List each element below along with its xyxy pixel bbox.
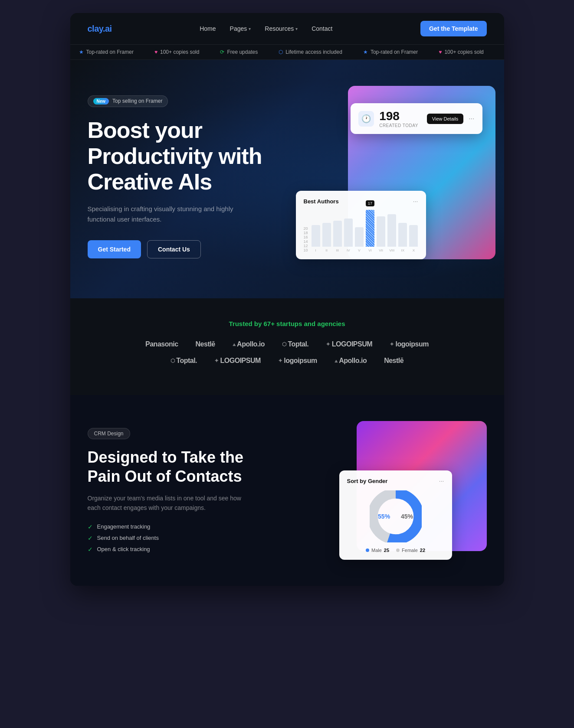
stats-card: 🕐 198 CREATED TODAY View Details ···	[351, 103, 482, 134]
legend-male: Male 25	[366, 548, 389, 553]
stats-number: 198	[379, 109, 418, 123]
crm-subtitle: Organize your team's media lists in one …	[88, 493, 253, 513]
logo-logoipsum-1: ✦LOGOIPSUM	[326, 340, 372, 348]
male-percentage: 55%	[378, 513, 390, 520]
ticker-bar: ★ Top-rated on Framer ♥ 100+ copies sold…	[70, 45, 504, 60]
logo-nestle-2: Nestlē	[384, 357, 403, 365]
ticker-item-1: ★ Top-rated on Framer	[79, 49, 134, 55]
crm-content: CRM Design Designed to Take the Pain Out…	[88, 428, 253, 552]
female-dot	[396, 548, 400, 552]
shield-icon: ⬡	[279, 49, 283, 55]
logo-apollo-2: ⟁Apollo.io	[335, 357, 367, 365]
bar-9	[398, 223, 407, 247]
ticker-inner: ★ Top-rated on Framer ♥ 100+ copies sold…	[70, 49, 492, 55]
ticker-item-4: ⬡ Lifetime access included	[279, 49, 342, 55]
crm-title: Designed to Take the Pain Out of Contact…	[88, 448, 253, 485]
crm-feature-1: ✓ Engagement tracking	[88, 523, 253, 530]
chart-menu-dots[interactable]: ···	[413, 198, 418, 205]
nav-link-resources[interactable]: Resources ▾	[265, 25, 298, 32]
bar-3	[333, 221, 342, 247]
nav-link-pages[interactable]: Pages ▾	[230, 25, 251, 32]
donut-svg	[370, 490, 422, 542]
clock-icon: 🕐	[358, 111, 374, 127]
heart-icon: ♥	[154, 49, 157, 55]
ticker-item-2: ♥ 100+ copies sold	[154, 49, 200, 55]
chart-bars: 17	[312, 210, 418, 247]
heart-icon-2: ♥	[439, 49, 442, 55]
ticker-label-6: 100+ copies sold	[444, 49, 483, 55]
navbar: clay.ai Home Pages ▾ Resources ▾ Contact…	[70, 13, 504, 45]
trusted-section: Trusted by 67+ startups and agencies Pan…	[70, 298, 504, 395]
check-icon-2: ✓	[88, 535, 93, 542]
chart-x-labels: I II III IV V VI VII VIII IX X	[312, 248, 418, 252]
ticker-item-5: ★ Top-rated on Framer	[363, 49, 418, 55]
logo-logoipsum-4: ✦logoipsum	[278, 357, 317, 365]
badge-description: Top selling on Framer	[112, 98, 162, 104]
bar-8	[387, 214, 396, 247]
crm-feature-2: ✓ Send on behalf of clients	[88, 535, 253, 542]
crm-features-list: ✓ Engagement tracking ✓ Send on behalf o…	[88, 523, 253, 553]
donut-chart-container: 55% 45%	[347, 490, 444, 542]
nav-link-home[interactable]: Home	[200, 25, 216, 32]
ticker-label-3: Free updates	[227, 49, 258, 55]
female-percentage: 45%	[401, 513, 413, 520]
nav-link-contact[interactable]: Contact	[312, 25, 332, 32]
gender-card: Sort by Gender ··· 55% 45%	[339, 470, 452, 560]
chart-title: Best Authors	[304, 198, 339, 205]
male-dot	[366, 548, 369, 552]
hero-badge: New Top selling on Framer	[88, 95, 168, 107]
bar-7	[377, 216, 385, 247]
star-icon-2: ★	[363, 49, 368, 55]
bar-10	[409, 225, 418, 247]
hero-visual: 🕐 198 CREATED TODAY View Details ··· Bes…	[305, 86, 487, 268]
check-icon-1: ✓	[88, 523, 93, 530]
logos-row-2: ⬡Toptal. ✦LOGOIPSUM ✦logoipsum ⟁Apollo.i…	[88, 357, 487, 365]
hero-subtitle: Specialising in crafting visually stunni…	[88, 204, 235, 225]
legend-female: Female 22	[396, 548, 425, 553]
bar-1	[312, 225, 320, 247]
crm-feature-3: ✓ Open & click tracking	[88, 546, 253, 553]
hero-buttons: Get Started Contact Us	[88, 240, 274, 258]
ticker-item-6: ♥ 100+ copies sold	[439, 49, 484, 55]
gender-menu-dots[interactable]: ···	[439, 477, 444, 484]
donut-chart: 55% 45%	[370, 490, 422, 542]
stats-label: CREATED TODAY	[379, 123, 418, 128]
contact-us-button[interactable]: Contact Us	[147, 240, 201, 258]
gender-title: Sort by Gender	[347, 478, 388, 484]
crm-section: CRM Design Designed to Take the Pain Out…	[70, 395, 504, 586]
nav-links: Home Pages ▾ Resources ▾ Contact	[200, 25, 332, 32]
bar-tooltip: 17	[366, 200, 374, 206]
get-template-button[interactable]: Get the Template	[420, 21, 487, 36]
logos-row-1: Panasonic Nestlē ⟁Apollo.io ⬡Toptal. ✦LO…	[88, 340, 487, 348]
stats-info: 198 CREATED TODAY	[379, 109, 418, 128]
logo-toptal-1: ⬡Toptal.	[282, 340, 308, 348]
refresh-icon: ⟳	[220, 49, 224, 55]
bar-6-active: 17	[366, 210, 374, 247]
logo-logoipsum-2: ✦logoipsum	[390, 340, 429, 348]
chart-card: Best Authors ··· 20 18 16 14 12 10	[296, 191, 426, 259]
ticker-label-5: Top-rated on Framer	[371, 49, 418, 55]
logo-toptal-2: ⬡Toptal.	[171, 357, 197, 365]
chart-y-axis: 20 18 16 14 12 10	[304, 226, 308, 252]
logo-apollo-1: ⟁Apollo.io	[233, 340, 265, 348]
chart-header: Best Authors ···	[304, 198, 418, 205]
stats-dots: ···	[469, 115, 474, 123]
ticker-item-3: ⟳ Free updates	[220, 49, 258, 55]
get-started-button[interactable]: Get Started	[88, 240, 141, 258]
hero-section: New Top selling on Framer Boost your Pro…	[70, 60, 504, 298]
trusted-title: Trusted by 67+ startups and agencies	[88, 320, 487, 327]
crm-visual: Sort by Gender ··· 55% 45%	[339, 421, 487, 560]
hero-title: Boost your Productivity with Creative AI…	[88, 118, 274, 195]
view-details-button[interactable]: View Details	[427, 114, 463, 124]
crm-badge: CRM Design	[88, 428, 130, 439]
star-icon: ★	[79, 49, 84, 55]
ticker-label-1: Top-rated on Framer	[86, 49, 134, 55]
bar-5	[355, 227, 364, 247]
bar-2	[322, 223, 331, 247]
logo: clay.ai	[88, 24, 112, 34]
ticker-label-4: Lifetime access included	[285, 49, 342, 55]
logo-panasonic: Panasonic	[145, 340, 178, 348]
logo-nestle-1: Nestlē	[196, 340, 215, 348]
logo-logoipsum-3: ✦LOGOIPSUM	[214, 357, 261, 365]
hero-content: New Top selling on Framer Boost your Pro…	[88, 95, 274, 258]
